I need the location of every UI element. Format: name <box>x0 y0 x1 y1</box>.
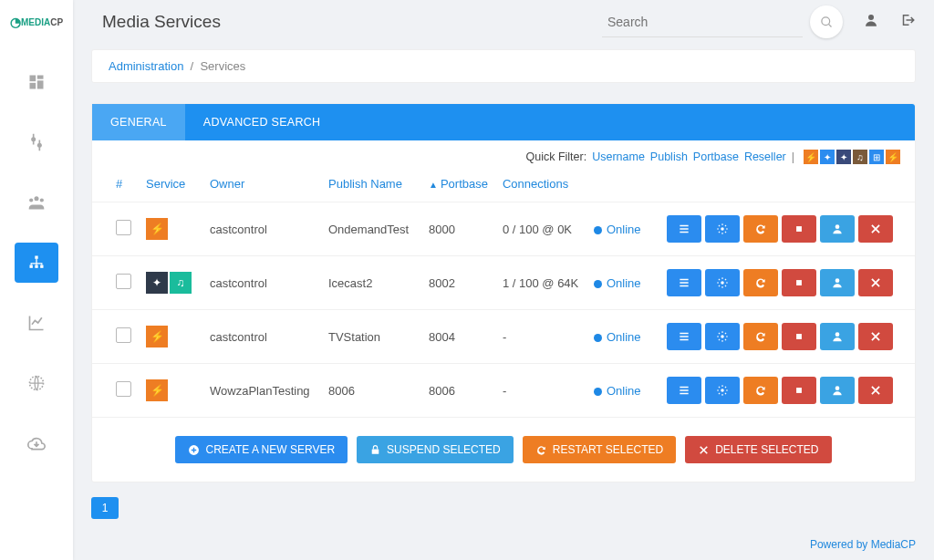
qf-reseller[interactable]: Reseller <box>744 150 786 163</box>
row-checkbox[interactable] <box>116 327 131 343</box>
config-button[interactable] <box>705 323 740 350</box>
cell-publish: OndemandTest <box>321 202 421 256</box>
user-button[interactable] <box>820 323 855 350</box>
user-button[interactable] <box>820 377 855 404</box>
manage-button[interactable] <box>667 215 701 243</box>
cell-publish: 8006 <box>321 364 421 418</box>
qf-icon-1[interactable]: ⚡ <box>804 150 818 164</box>
manage-button[interactable] <box>667 323 701 350</box>
col-num[interactable]: # <box>92 168 139 202</box>
stop-button[interactable] <box>782 323 816 350</box>
svg-point-7 <box>29 198 33 202</box>
delete-button[interactable] <box>858 323 893 350</box>
row-checkbox[interactable] <box>116 220 131 235</box>
delete-button[interactable] <box>858 269 893 296</box>
restart-button[interactable] <box>743 323 778 350</box>
col-owner[interactable]: Owner <box>202 168 321 202</box>
nav-stats[interactable] <box>15 303 58 343</box>
status-link[interactable]: Online <box>607 223 641 236</box>
pagination: 1 <box>91 497 916 519</box>
svg-rect-23 <box>796 334 802 339</box>
nav-settings[interactable] <box>15 122 58 162</box>
restart-button[interactable] <box>743 215 778 243</box>
cell-portbase: 8004 <box>421 310 495 364</box>
service-type-icon: ♫ <box>170 272 192 294</box>
delete-button[interactable] <box>858 377 893 404</box>
service-icons: ⚡ <box>146 326 195 347</box>
nav-services[interactable] <box>15 243 58 283</box>
delete-selected-button[interactable]: DELETE SELECTED <box>685 436 831 463</box>
service-type-icon: ⚡ <box>146 379 168 401</box>
cell-publish: Icecast2 <box>321 256 421 310</box>
row-checkbox[interactable] <box>116 274 131 289</box>
status-link[interactable]: Online <box>607 384 641 398</box>
stop-button[interactable] <box>782 215 816 243</box>
cell-connections: - <box>495 310 586 364</box>
page-1[interactable]: 1 <box>91 497 119 519</box>
qf-username[interactable]: Username <box>592 150 645 163</box>
config-button[interactable] <box>705 377 740 404</box>
tab-advanced[interactable]: ADVANCED SEARCH <box>185 104 339 140</box>
qf-publish[interactable]: Publish <box>650 150 688 163</box>
restart-button[interactable] <box>743 377 778 404</box>
restart-selected-button[interactable]: RESTART SELECTED <box>523 436 676 463</box>
manage-button[interactable] <box>667 269 701 296</box>
tab-general[interactable]: GENERAL <box>92 104 185 140</box>
page-title: Media Services <box>102 12 221 32</box>
user-button[interactable] <box>820 269 855 296</box>
cell-owner: WowzaPlanTesting <box>202 364 321 418</box>
row-checkbox[interactable] <box>116 381 131 397</box>
logout-icon <box>899 12 916 28</box>
svg-point-6 <box>35 196 39 201</box>
qf-icon-4[interactable]: ♫ <box>853 150 867 164</box>
service-type-icon: ⚡ <box>146 218 168 240</box>
status-link[interactable]: Online <box>607 276 641 290</box>
user-menu[interactable] <box>863 12 879 32</box>
qf-icon-5[interactable]: ⊞ <box>869 150 884 164</box>
suspend-selected-button[interactable]: SUSPEND SELECTED <box>357 436 514 463</box>
create-server-button[interactable]: CREATE A NEW SERVER <box>175 436 348 463</box>
quick-filter-label: Quick Filter: <box>526 150 587 163</box>
cell-portbase: 8002 <box>421 256 495 310</box>
nav-users[interactable] <box>15 182 58 223</box>
col-portbase[interactable]: ▲Portbase <box>421 168 495 202</box>
cell-owner: castcontrol <box>202 310 321 364</box>
cell-owner: castcontrol <box>202 256 321 310</box>
stop-button[interactable] <box>782 377 816 404</box>
svg-rect-9 <box>35 256 37 259</box>
user-button[interactable] <box>820 215 855 243</box>
col-connections[interactable]: Connections <box>495 168 586 202</box>
search-input[interactable] <box>602 6 803 37</box>
topbar: Media Services <box>73 0 934 44</box>
qf-icon-3[interactable]: ✦ <box>836 150 851 164</box>
services-table: # Service Owner Publish Name ▲Portbase C… <box>92 168 915 418</box>
delete-button[interactable] <box>858 215 893 243</box>
nav-web[interactable] <box>15 363 58 403</box>
nav-dashboard[interactable] <box>15 62 58 102</box>
breadcrumb-admin[interactable]: Administration <box>109 59 183 73</box>
col-publish[interactable]: Publish Name <box>321 168 421 202</box>
restart-button[interactable] <box>743 269 778 296</box>
stop-button[interactable] <box>782 269 816 296</box>
config-button[interactable] <box>705 269 740 296</box>
qf-icon-2[interactable]: ✦ <box>820 150 835 164</box>
manage-button[interactable] <box>667 377 701 404</box>
config-button[interactable] <box>705 215 740 243</box>
logout-button[interactable] <box>899 12 916 32</box>
service-type-icon: ⚡ <box>146 326 168 347</box>
svg-rect-12 <box>40 265 43 268</box>
table-row: ✦♫ castcontrol Icecast2 8002 1 / 100 @ 6… <box>92 256 915 310</box>
powered-by-link[interactable]: Powered by MediaCP <box>810 538 916 551</box>
svg-point-15 <box>868 15 874 20</box>
qf-icon-6[interactable]: ⚡ <box>886 150 900 164</box>
status-dot-icon <box>594 334 602 342</box>
logo[interactable]: ◔ MEDIACP <box>0 0 73 44</box>
search-button[interactable] <box>810 5 843 38</box>
col-service[interactable]: Service <box>139 168 202 202</box>
qf-sep: | <box>792 150 794 163</box>
qf-portbase[interactable]: Portbase <box>693 150 739 163</box>
nav-download[interactable] <box>15 423 58 463</box>
user-icon <box>863 12 879 28</box>
status-dot-icon <box>594 226 602 234</box>
status-link[interactable]: Online <box>607 330 641 344</box>
